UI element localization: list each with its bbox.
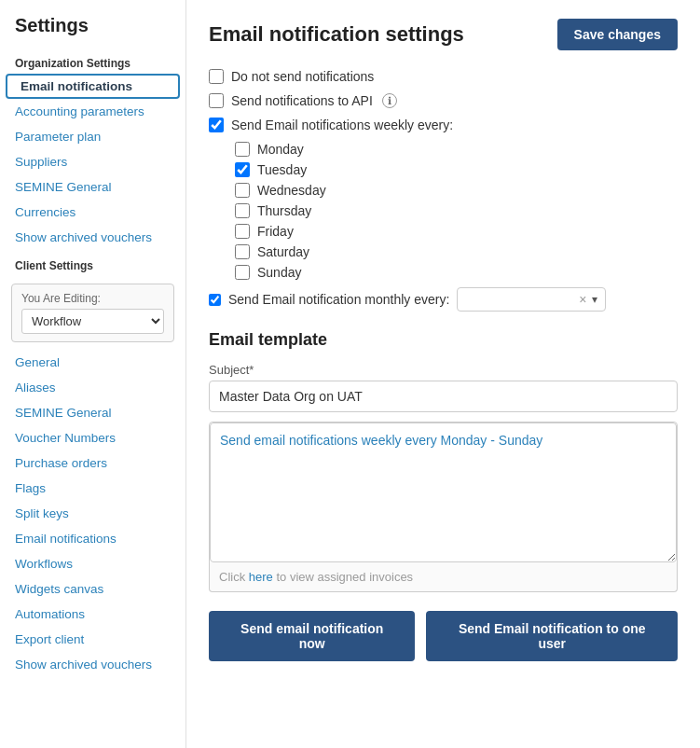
sidebar: Settings Organization Settings Email not… <box>0 0 186 748</box>
you-are-editing-box: You Are Editing: Workflow <box>11 284 174 342</box>
wednesday-checkbox[interactable] <box>235 183 250 198</box>
sidebar-item-general[interactable]: General <box>0 350 185 375</box>
do-not-send-label: Do not send notifications <box>231 69 374 84</box>
bottom-buttons: Send email notification now Send Email n… <box>209 611 678 661</box>
sidebar-item-currencies[interactable]: Currencies <box>0 200 185 225</box>
sidebar-item-archived-vouchers-org[interactable]: Show archived vouchers <box>0 225 185 250</box>
click-here-row: Click here to view assigned invoices <box>209 562 678 592</box>
saturday-label: Saturday <box>257 244 309 259</box>
sidebar-item-aliases[interactable]: Aliases <box>0 375 185 400</box>
day-sunday-row: Sunday <box>235 265 678 280</box>
template-box <box>209 422 678 566</box>
sidebar-item-voucher-numbers[interactable]: Voucher Numbers <box>0 425 185 450</box>
sidebar-item-workflows[interactable]: Workflows <box>0 551 185 576</box>
send-to-api-checkbox[interactable] <box>209 93 224 108</box>
sidebar-item-flags[interactable]: Flags <box>0 476 185 501</box>
tuesday-label: Tuesday <box>257 162 307 177</box>
main-content: Email notification settings Save changes… <box>186 0 700 748</box>
sunday-label: Sunday <box>257 265 301 280</box>
send-weekly-checkbox[interactable] <box>209 118 224 132</box>
sidebar-item-suppliers[interactable]: Suppliers <box>0 149 185 174</box>
send-to-api-row: Send notifications to API ℹ <box>209 93 678 108</box>
click-here-link[interactable]: here <box>249 570 273 584</box>
sidebar-item-widgets-canvas[interactable]: Widgets canvas <box>0 576 185 602</box>
send-monthly-row: Send Email notification monthly every: ×… <box>209 287 678 312</box>
send-weekly-label: Send Email notifications weekly every: <box>231 118 453 132</box>
app-title: Settings <box>0 15 185 48</box>
send-to-api-info-icon[interactable]: ℹ <box>382 93 397 108</box>
org-settings-section: Organization Settings <box>0 48 185 74</box>
sidebar-item-purchase-orders[interactable]: Purchase orders <box>0 450 185 476</box>
subject-label: Subject* <box>209 363 678 377</box>
sidebar-item-automations[interactable]: Automations <box>0 602 185 627</box>
wednesday-label: Wednesday <box>257 183 326 198</box>
monday-checkbox[interactable] <box>235 142 250 157</box>
send-monthly-checkbox[interactable] <box>209 294 221 306</box>
day-thursday-row: Thursday <box>235 203 678 218</box>
send-to-api-label: Send notifications to API <box>231 93 373 108</box>
friday-label: Friday <box>257 224 294 239</box>
sidebar-item-archived-vouchers-client[interactable]: Show archived vouchers <box>0 652 185 677</box>
email-template-section-title: Email template <box>209 330 678 350</box>
sidebar-item-email-notifications-client[interactable]: Email notifications <box>0 526 185 551</box>
day-wednesday-row: Wednesday <box>235 183 678 198</box>
page-title: Email notification settings <box>209 22 464 47</box>
sidebar-item-accounting-parameters[interactable]: Accounting parameters <box>0 99 185 124</box>
you-are-editing-label: You Are Editing: <box>21 292 164 305</box>
send-weekly-row: Send Email notifications weekly every: <box>209 118 678 132</box>
send-email-one-user-button[interactable]: Send Email notification to one user <box>426 611 678 661</box>
template-textarea[interactable] <box>210 422 677 562</box>
send-email-now-button[interactable]: Send email notification now <box>209 611 415 661</box>
thursday-checkbox[interactable] <box>235 203 250 218</box>
sidebar-item-parameter-plan[interactable]: Parameter plan <box>0 124 185 149</box>
monthly-dropdown-arrow: ▾ <box>592 293 597 306</box>
workflow-select[interactable]: Workflow <box>21 309 164 334</box>
sidebar-item-split-keys[interactable]: Split keys <box>0 501 185 526</box>
weekly-days-group: Monday Tuesday Wednesday Thursday Friday… <box>235 142 678 280</box>
monthly-clear-button[interactable]: × <box>579 292 586 307</box>
tuesday-checkbox[interactable] <box>235 162 250 177</box>
friday-checkbox[interactable] <box>235 224 250 239</box>
sunday-checkbox[interactable] <box>235 265 250 280</box>
do-not-send-checkbox[interactable] <box>209 69 224 84</box>
sidebar-item-email-notifications[interactable]: Email notifications <box>6 74 180 99</box>
do-not-send-row: Do not send notifications <box>209 69 678 84</box>
day-monday-row: Monday <box>235 142 678 157</box>
save-changes-button[interactable]: Save changes <box>557 19 678 50</box>
monday-label: Monday <box>257 142 304 157</box>
day-saturday-row: Saturday <box>235 244 678 259</box>
sidebar-item-export-client[interactable]: Export client <box>0 627 185 652</box>
sidebar-item-semine-general-org[interactable]: SEMINE General <box>0 174 185 200</box>
thursday-label: Thursday <box>257 203 311 218</box>
main-header: Email notification settings Save changes <box>209 19 678 50</box>
send-monthly-label: Send Email notification monthly every: <box>228 292 449 307</box>
subject-input[interactable] <box>209 381 678 412</box>
day-tuesday-row: Tuesday <box>235 162 678 177</box>
day-friday-row: Friday <box>235 224 678 239</box>
saturday-checkbox[interactable] <box>235 244 250 259</box>
client-settings-section: Client Settings <box>0 250 185 276</box>
monthly-select-wrap[interactable]: × ▾ <box>457 287 606 312</box>
sidebar-item-semine-general-client[interactable]: SEMINE General <box>0 400 185 425</box>
